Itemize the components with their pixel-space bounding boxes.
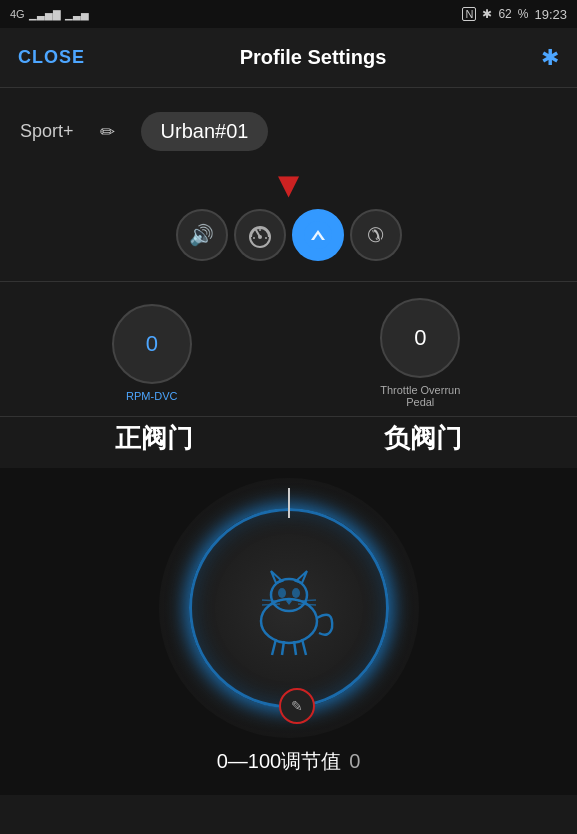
signal-text: 4G [10, 8, 25, 20]
tab-sound[interactable]: 🔊 [176, 209, 228, 261]
rpm-dvc-control: 0 RPM-DVC [112, 304, 192, 402]
svg-point-12 [292, 588, 300, 598]
dial-container: ✎ [159, 478, 419, 738]
rpm-dvc-label: RPM-DVC [126, 390, 177, 402]
page-title: Profile Settings [240, 46, 387, 69]
throttle-control: 0 Throttle Overrun Pedal [375, 298, 465, 408]
status-left: 4G ▁▃▅▇ ▁▃▅ [10, 8, 89, 20]
battery-level: 62 [498, 7, 511, 21]
nfc-icon: N [462, 7, 476, 21]
profile-name-badge: Urban#01 [141, 112, 269, 151]
svg-point-2 [258, 235, 262, 239]
panther-logo [224, 543, 354, 673]
signal-bars2: ▁▃▅ [65, 9, 89, 20]
range-value: 0 [349, 750, 360, 773]
rpm-dvc-value: 0 [146, 331, 158, 357]
close-button[interactable]: CLOSE [18, 47, 85, 68]
controls-row: 0 RPM-DVC 0 Throttle Overrun Pedal [0, 282, 577, 416]
dial-needle [288, 488, 290, 518]
tab-road[interactable] [292, 209, 344, 261]
dial-edit-button[interactable]: ✎ [279, 688, 315, 724]
phone-icon: ✆ [367, 223, 384, 247]
valve-row: 正阀门 负阀门 [0, 417, 577, 468]
signal-bars: ▁▃▅▇ [29, 9, 61, 20]
rpm-dvc-circle[interactable]: 0 [112, 304, 192, 384]
profile-row: Sport+ ✏ Urban#01 [0, 88, 577, 167]
svg-line-17 [272, 639, 276, 655]
svg-line-14 [262, 604, 280, 605]
road-cat-icon [303, 220, 333, 250]
dial-edit-icon: ✎ [291, 698, 303, 714]
gauge-icon [246, 221, 274, 249]
svg-line-16 [298, 604, 316, 605]
svg-line-13 [262, 600, 280, 601]
svg-point-11 [278, 588, 286, 598]
profile-label: Sport+ [20, 121, 74, 142]
tab-phone[interactable]: ✆ [350, 209, 402, 261]
range-text: 0—100调节值 [217, 748, 342, 775]
svg-marker-9 [271, 571, 282, 583]
positive-valve-label: 正阀门 [115, 421, 193, 456]
bluetooth-icon[interactable]: ✱ [541, 45, 559, 71]
edit-profile-button[interactable]: ✏ [100, 121, 115, 143]
negative-valve-label: 负阀门 [384, 421, 462, 456]
tab-gauge[interactable] [234, 209, 286, 261]
throttle-value: 0 [414, 325, 426, 351]
status-bar: 4G ▁▃▅▇ ▁▃▅ N ✱ 62 % 19:23 [0, 0, 577, 28]
main-content: Sport+ ✏ Urban#01 ▼ 🔊 [0, 88, 577, 468]
svg-line-20 [302, 639, 306, 655]
bluetooth-status-icon: ✱ [482, 7, 492, 21]
sound-icon: 🔊 [189, 223, 214, 247]
dial-section: ✎ 0—100调节值 0 [0, 468, 577, 795]
down-arrow-icon: ▼ [271, 167, 307, 203]
icon-tabs: 🔊 ✆ [0, 209, 577, 261]
svg-marker-10 [296, 571, 307, 583]
arrow-container: ▼ [0, 167, 577, 203]
throttle-label: Throttle Overrun Pedal [375, 384, 465, 408]
throttle-circle[interactable]: 0 [380, 298, 460, 378]
profile-name: Urban#01 [161, 120, 249, 142]
svg-line-15 [298, 600, 316, 601]
svg-point-7 [261, 599, 317, 643]
battery-icon: % [518, 7, 529, 21]
time-display: 19:23 [534, 7, 567, 22]
header: CLOSE Profile Settings ✱ [0, 28, 577, 88]
status-right: N ✱ 62 % 19:23 [462, 7, 567, 22]
range-label: 0—100调节值 0 [217, 748, 361, 775]
